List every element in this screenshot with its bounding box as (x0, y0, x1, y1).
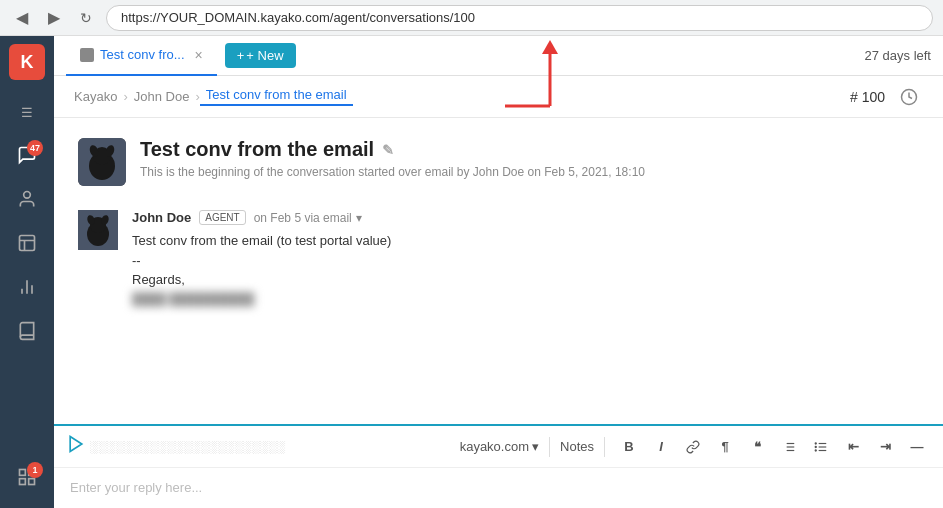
reply-placeholder: Enter your reply here... (70, 480, 202, 495)
divider-button[interactable]: — (903, 433, 931, 461)
active-tab[interactable]: Test conv fro... × (66, 36, 217, 76)
message-body-line2: -- (132, 251, 919, 271)
message-item: John Doe AGENT on Feb 5 via email ▾ Test… (78, 210, 919, 308)
sidebar-item-apps[interactable]: 1 (7, 458, 47, 498)
svg-point-33 (815, 442, 816, 443)
conversations-badge: 47 (27, 140, 43, 156)
sidebar-item-conversations[interactable]: 47 (7, 136, 47, 176)
days-left-label: 27 days left (865, 48, 932, 63)
conversation-title: Test conv from the email ✎ (140, 138, 919, 161)
refresh-button[interactable]: ↻ (74, 6, 98, 30)
svg-point-35 (815, 449, 816, 450)
indent-increase-button[interactable]: ⇥ (871, 433, 899, 461)
message-sender: John Doe (132, 210, 191, 225)
tab-label: Test conv fro... (100, 47, 185, 62)
conversation-header: Test conv from the email ✎ This is the b… (78, 138, 919, 186)
sidebar-item-organizations[interactable] (7, 224, 47, 264)
sidebar-item-menu[interactable]: ☰ (7, 92, 47, 132)
reply-from-address: ░░░░░░░░░░░░░░░░░░░░░░░ (90, 440, 456, 454)
breadcrumb-bar: Kayako › John Doe › Test conv from the e… (54, 76, 943, 118)
tab-favicon (80, 48, 94, 62)
ordered-list-button[interactable] (775, 433, 803, 461)
reply-send-button[interactable] (66, 434, 86, 459)
reply-channel-selector[interactable]: kayako.com ▾ (460, 439, 539, 454)
app-container: K ☰ 47 (0, 36, 943, 508)
clock-icon-button[interactable] (895, 83, 923, 111)
logo-letter: K (21, 52, 34, 73)
organizations-icon (17, 233, 37, 256)
url-text: https://YOUR_DOMAIN.kayako.com/agent/con… (121, 10, 475, 25)
message-body-line1: Test conv from the email (to test portal… (132, 231, 919, 251)
conversation-title-area: Test conv from the email ✎ This is the b… (140, 138, 919, 179)
contacts-icon (17, 189, 37, 212)
svg-rect-11 (20, 478, 26, 484)
helpcenter-icon (17, 321, 37, 344)
unordered-list-button[interactable] (807, 433, 835, 461)
agent-badge: AGENT (199, 210, 245, 225)
sidebar-item-reports[interactable] (7, 268, 47, 308)
link-button[interactable] (679, 433, 707, 461)
message-meta-text: on Feb 5 via email (254, 211, 352, 225)
svg-point-34 (815, 446, 816, 447)
reply-divider-2 (604, 437, 605, 457)
message-body-line3: Regards, (132, 270, 919, 290)
breadcrumb-john-doe[interactable]: John Doe (128, 89, 196, 104)
back-button[interactable]: ◀ (10, 6, 34, 30)
svg-rect-10 (29, 478, 35, 484)
content-area: Test conv fro... × + + New 27 days left … (54, 36, 943, 508)
message-content: John Doe AGENT on Feb 5 via email ▾ Test… (132, 210, 919, 308)
paragraph-button[interactable]: ¶ (711, 433, 739, 461)
browser-bar: ◀ ▶ ↻ https://YOUR_DOMAIN.kayako.com/age… (0, 0, 943, 36)
new-button-label: + New (246, 48, 283, 63)
message-meta: on Feb 5 via email ▾ (254, 211, 362, 225)
breadcrumb-kayako[interactable]: Kayako (74, 89, 123, 104)
message-header: John Doe AGENT on Feb 5 via email ▾ (132, 210, 919, 225)
message-avatar (78, 210, 118, 250)
message-body: Test conv from the email (to test portal… (132, 231, 919, 308)
blockquote-button[interactable]: ❝ (743, 433, 771, 461)
indent-decrease-button[interactable]: ⇤ (839, 433, 867, 461)
reply-toolbar: ░░░░░░░░░░░░░░░░░░░░░░░ kayako.com ▾ Not… (54, 426, 943, 468)
plus-icon: + (237, 48, 245, 63)
svg-rect-8 (20, 469, 26, 475)
reply-divider (549, 437, 550, 457)
channel-label: kayako.com (460, 439, 529, 454)
svg-marker-23 (70, 437, 82, 452)
breadcrumb-conv-title[interactable]: Test conv from the email (200, 87, 353, 106)
tab-close-button[interactable]: × (195, 47, 203, 63)
reply-notes-button[interactable]: Notes (560, 439, 594, 454)
sidebar-item-contacts[interactable] (7, 180, 47, 220)
edit-title-icon[interactable]: ✎ (382, 142, 394, 158)
channel-dropdown-arrow: ▾ (532, 439, 539, 454)
tab-bar: Test conv fro... × + + New 27 days left (54, 36, 943, 76)
reply-area: ░░░░░░░░░░░░░░░░░░░░░░░ kayako.com ▾ Not… (54, 424, 943, 508)
channel-dropdown-icon[interactable]: ▾ (356, 211, 362, 225)
bold-button[interactable]: B (615, 433, 643, 461)
svg-rect-4 (20, 235, 35, 250)
reply-input-area[interactable]: Enter your reply here... (54, 468, 943, 508)
sidebar-logo[interactable]: K (9, 44, 45, 80)
url-bar[interactable]: https://YOUR_DOMAIN.kayako.com/agent/con… (106, 5, 933, 31)
sidebar-item-helpcenter[interactable] (7, 312, 47, 352)
conversation-subtitle: This is the beginning of the conversatio… (140, 165, 919, 179)
conversation-number: # 100 (850, 89, 885, 105)
italic-button[interactable]: I (647, 433, 675, 461)
apps-badge: 1 (27, 462, 43, 478)
conversation-body: Test conv from the email ✎ This is the b… (54, 118, 943, 424)
message-body-blurred: ████ ██████████ (132, 290, 919, 308)
reports-icon (17, 277, 37, 300)
menu-icon: ☰ (21, 105, 33, 120)
new-conversation-button[interactable]: + + New (225, 43, 296, 68)
sidebar: K ☰ 47 (0, 36, 54, 508)
forward-button[interactable]: ▶ (42, 6, 66, 30)
conversation-title-text: Test conv from the email (140, 138, 374, 161)
conversation-avatar (78, 138, 126, 186)
svg-point-3 (24, 191, 31, 198)
